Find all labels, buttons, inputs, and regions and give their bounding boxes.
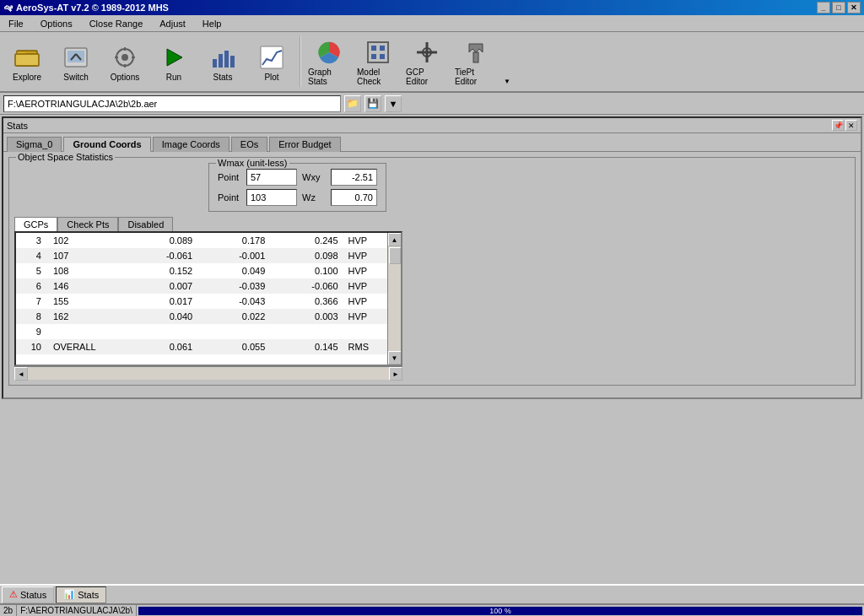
table-row: 7 155 0.017 -0.043 0.366 HVP bbox=[16, 294, 387, 309]
vertical-scrollbar[interactable]: ▲ ▼ bbox=[387, 233, 401, 365]
menu-help[interactable]: Help bbox=[197, 17, 227, 30]
svg-point-8 bbox=[122, 54, 128, 61]
scroll-right-button[interactable]: ► bbox=[389, 367, 402, 381]
graph-stats-label: Graph Stats bbox=[308, 68, 350, 86]
stats-close-button[interactable]: ✕ bbox=[845, 120, 857, 131]
app-title: AeroSys-AT v7.2 © 1989-2012 MHS bbox=[16, 3, 169, 13]
object-space-stats-group: Object Space Statistics Wmax (unit-less)… bbox=[8, 157, 856, 386]
h-scroll-track[interactable] bbox=[28, 367, 389, 380]
gcp-editor-button[interactable]: GCP Editor bbox=[403, 35, 451, 89]
scroll-up-button[interactable]: ▲ bbox=[388, 233, 402, 246]
svg-rect-20 bbox=[368, 42, 388, 62]
run-label: Run bbox=[166, 73, 181, 82]
address-browse-button[interactable]: 📁 bbox=[344, 95, 361, 112]
cell-num: 5 bbox=[16, 263, 46, 278]
tiept-editor-button[interactable]: TiePt Editor bbox=[452, 35, 500, 89]
explore-icon bbox=[12, 42, 42, 73]
tab-error-budget[interactable]: Error Budget bbox=[269, 137, 340, 152]
maximize-button[interactable]: □ bbox=[832, 2, 845, 14]
menu-bar: File Options Close Range Adjust Help bbox=[0, 15, 864, 32]
svg-marker-13 bbox=[167, 49, 182, 66]
horizontal-scrollbar[interactable]: ◄ ► bbox=[14, 366, 402, 380]
status-taskbtn[interactable]: ⚠ Status bbox=[2, 586, 54, 603]
address-input[interactable] bbox=[3, 95, 341, 112]
project-status: 2b bbox=[0, 605, 17, 616]
model-check-button[interactable]: Model Check bbox=[354, 35, 402, 89]
app-icon: 🛩 bbox=[3, 3, 13, 13]
stats-pin-button[interactable]: 📌 bbox=[832, 120, 844, 131]
wmax-label: Wmax (unit-less) bbox=[216, 158, 289, 168]
plot-button[interactable]: Plot bbox=[248, 35, 295, 89]
address-arrow-button[interactable]: ▼ bbox=[385, 95, 402, 112]
address-save-button[interactable]: 💾 bbox=[364, 95, 381, 112]
cell-v1 bbox=[125, 324, 197, 339]
run-button[interactable]: Run bbox=[150, 35, 197, 89]
scroll-track[interactable] bbox=[388, 246, 402, 351]
tab-sigma0[interactable]: Sigma_0 bbox=[7, 137, 62, 152]
cell-name: 146 bbox=[46, 278, 125, 294]
gcp-editor-label: GCP Editor bbox=[406, 68, 448, 86]
tab-image-coords[interactable]: Image Coords bbox=[153, 137, 230, 152]
inner-tab-gcps[interactable]: GCPs bbox=[14, 217, 57, 231]
stats-task-icon: 📊 bbox=[63, 589, 75, 600]
plot-icon bbox=[256, 42, 287, 73]
toolbar-separator-1 bbox=[300, 36, 301, 87]
cell-v1: 0.089 bbox=[125, 233, 197, 248]
tab-eos[interactable]: EOs bbox=[231, 137, 267, 152]
data-table-container: 3 102 0.089 0.178 0.245 HVP 4 107 -0.061… bbox=[14, 231, 402, 366]
cell-v2: 0.022 bbox=[197, 309, 270, 324]
cell-type: HVP bbox=[343, 233, 387, 248]
cell-num: 9 bbox=[16, 324, 46, 339]
scroll-down-button[interactable]: ▼ bbox=[388, 351, 402, 365]
options-button[interactable]: Options bbox=[101, 35, 148, 89]
cell-name: 102 bbox=[46, 233, 125, 248]
point1-input[interactable] bbox=[246, 169, 297, 186]
wz-input[interactable] bbox=[331, 189, 377, 206]
minimize-button[interactable]: _ bbox=[817, 2, 830, 14]
graph-stats-button[interactable]: Graph Stats bbox=[305, 35, 353, 89]
svg-rect-2 bbox=[15, 54, 39, 66]
cell-num: 6 bbox=[16, 278, 46, 294]
toolbar: Explore Switch Options Run Stats Plot bbox=[0, 32, 864, 93]
toolbar-more-button[interactable]: ▼ bbox=[501, 35, 513, 89]
svg-rect-24 bbox=[380, 54, 385, 59]
progress-label: 100 % bbox=[489, 607, 511, 615]
stats-panel: Stats 📌 ✕ Sigma_0 Ground Coords Image Co… bbox=[2, 116, 862, 399]
switch-button[interactable]: Switch bbox=[52, 35, 100, 89]
stats-taskbtn[interactable]: 📊 Stats bbox=[56, 586, 106, 603]
cell-v1: 0.061 bbox=[125, 339, 197, 354]
menu-adjust[interactable]: Adjust bbox=[154, 17, 191, 30]
menu-file[interactable]: File bbox=[3, 17, 29, 30]
point2-input[interactable] bbox=[246, 189, 297, 206]
inner-tab-disabled[interactable]: Disabled bbox=[118, 217, 173, 231]
stats-label: Stats bbox=[213, 73, 233, 82]
status-taskbtn-label: Status bbox=[20, 590, 46, 600]
gcp-editor-icon bbox=[412, 37, 442, 68]
wxy-input[interactable] bbox=[331, 169, 377, 186]
scroll-left-button[interactable]: ◄ bbox=[14, 367, 28, 381]
cell-v2: -0.043 bbox=[197, 294, 270, 309]
main-tab-bar: Sigma_0 Ground Coords Image Coords EOs E… bbox=[3, 133, 861, 151]
svg-rect-23 bbox=[371, 54, 376, 59]
tab-ground-coords[interactable]: Ground Coords bbox=[63, 137, 150, 152]
table-row: 9 bbox=[16, 324, 387, 339]
svg-rect-21 bbox=[371, 46, 376, 51]
svg-rect-15 bbox=[219, 54, 223, 68]
scroll-thumb[interactable] bbox=[389, 247, 401, 264]
stats-button[interactable]: Stats bbox=[199, 35, 246, 89]
model-check-label: Model Check bbox=[357, 68, 399, 86]
stats-panel-title: Stats bbox=[7, 121, 28, 131]
menu-close-range[interactable]: Close Range bbox=[84, 17, 148, 30]
inner-tab-check-pts[interactable]: Check Pts bbox=[57, 217, 118, 231]
cell-v1: 0.040 bbox=[125, 309, 197, 324]
cell-v2: 0.055 bbox=[197, 339, 270, 354]
stats-taskbtn-label: Stats bbox=[78, 590, 99, 600]
cell-v2: -0.039 bbox=[197, 278, 270, 294]
point1-label: Point bbox=[218, 172, 241, 182]
status-warning-icon: ⚠ bbox=[9, 589, 18, 600]
menu-options[interactable]: Options bbox=[35, 17, 78, 30]
switch-label: Switch bbox=[63, 73, 88, 82]
explore-button[interactable]: Explore bbox=[3, 35, 51, 89]
close-button[interactable]: ✕ bbox=[847, 2, 861, 14]
cell-num: 4 bbox=[16, 248, 46, 263]
